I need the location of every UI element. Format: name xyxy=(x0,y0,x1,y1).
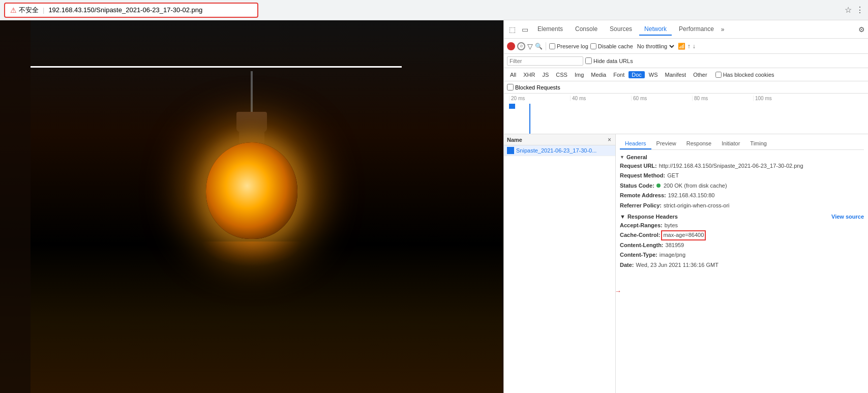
stop-button[interactable]: ⊘ xyxy=(517,42,525,50)
more-tabs-button[interactable]: » xyxy=(721,26,725,33)
network-item-icon xyxy=(507,147,514,154)
response-headers-title-text: Response Headers xyxy=(627,214,678,220)
filter-all[interactable]: All xyxy=(507,71,519,78)
tick-80ms: 80 ms xyxy=(692,96,753,101)
filter-ws[interactable]: WS xyxy=(646,71,661,78)
network-item[interactable]: Snipaste_2021-06-23_17-30-0... xyxy=(504,145,615,156)
content-type-key: Content-Type: xyxy=(620,251,657,259)
request-method-row: Request Method: GET xyxy=(620,172,864,179)
tick-100ms: 100 ms xyxy=(753,96,814,101)
menu-button[interactable]: ⋮ xyxy=(856,5,864,15)
status-code-row: Status Code: 200 OK (from disk cache) xyxy=(620,182,864,190)
accept-ranges-key: Accept-Ranges: xyxy=(620,222,663,229)
referrer-policy-key: Referrer Policy: xyxy=(620,202,662,209)
tab-response[interactable]: Response xyxy=(681,138,717,149)
disable-cache-checkbox[interactable] xyxy=(590,43,596,49)
tab-console[interactable]: Console xyxy=(570,23,603,36)
filter-types-bar: All XHR JS CSS Img Media Font Doc WS Man… xyxy=(504,68,868,81)
request-url-key: Request URL: xyxy=(620,162,657,170)
tab-timing[interactable]: Timing xyxy=(745,138,772,149)
tab-elements[interactable]: Elements xyxy=(532,23,568,36)
inspect-element-button[interactable]: ⬚ xyxy=(507,24,518,35)
remote-address-row: Remote Address: 192.168.43.150:80 xyxy=(620,192,864,199)
address-url: 192.168.43.150/Snipaste_2021-06-23_17-30… xyxy=(48,6,202,14)
has-blocked-cookies-text: Has blocked cookies xyxy=(723,72,774,78)
device-toggle-button[interactable]: ▭ xyxy=(520,24,530,35)
hide-data-urls-label[interactable]: Hide data URLs xyxy=(585,57,633,64)
status-dot xyxy=(656,184,661,188)
content-type-row: Content-Type: image/png xyxy=(620,251,864,259)
preserve-log-checkbox-label[interactable]: Preserve log xyxy=(549,43,588,49)
network-item-name: Snipaste_2021-06-23_17-30-0... xyxy=(516,147,612,154)
annotation-text: 这里可以查看缓存时间 → xyxy=(616,287,621,296)
content-type-value: image/png xyxy=(660,251,685,259)
filter-xhr[interactable]: XHR xyxy=(520,71,538,78)
general-title-text: General xyxy=(626,154,647,160)
export-button[interactable]: ↓ xyxy=(693,43,696,50)
network-list-header: Name × xyxy=(504,134,615,145)
tab-preview[interactable]: Preview xyxy=(651,138,681,149)
filter-button[interactable]: ▽ xyxy=(527,42,533,50)
tab-performance[interactable]: Performance xyxy=(674,23,719,36)
accept-ranges-value: bytes xyxy=(665,222,678,229)
headers-panel: Headers Preview Response Initiator Timin… xyxy=(616,134,868,393)
filter-img[interactable]: Img xyxy=(572,71,587,78)
preserve-log-checkbox[interactable] xyxy=(549,43,555,49)
disable-cache-checkbox-label[interactable]: Disable cache xyxy=(590,43,633,49)
close-headers-panel-button[interactable]: × xyxy=(607,136,612,143)
filter-js[interactable]: JS xyxy=(539,71,552,78)
filter-bar: Hide data URLs xyxy=(504,54,868,68)
filter-input[interactable] xyxy=(507,56,583,66)
blocked-requests-checkbox[interactable] xyxy=(507,84,514,90)
referrer-policy-value: strict-origin-when-cross-ori xyxy=(664,202,730,209)
filter-media[interactable]: Media xyxy=(588,71,609,78)
cache-control-value: max-age=86400 xyxy=(662,231,705,239)
tab-network[interactable]: Network xyxy=(639,23,672,36)
hide-data-urls-checkbox[interactable] xyxy=(585,57,592,64)
throttle-select[interactable]: No throttling xyxy=(635,43,676,50)
timeline-ruler: 20 ms 40 ms 60 ms 80 ms 100 ms xyxy=(509,94,868,101)
import-button[interactable]: ↑ xyxy=(687,43,691,50)
status-code-key: Status Code: xyxy=(620,182,654,190)
timeline-blue-line xyxy=(529,104,530,134)
page-content xyxy=(0,20,503,393)
request-url-row: Request URL: http://192.168.43.150/Snipa… xyxy=(620,162,864,170)
filter-font[interactable]: Font xyxy=(610,71,627,78)
has-blocked-cookies-checkbox[interactable] xyxy=(715,72,722,78)
browser-bar: ⚠ 不安全 | 192.168.43.150/Snipaste_2021-06-… xyxy=(0,0,868,20)
response-headers-title: ▼ Response Headers View source xyxy=(620,214,864,220)
content-length-row: Content-Length: 381959 xyxy=(620,241,864,249)
referrer-policy-row: Referrer Policy: strict-origin-when-cros… xyxy=(620,202,864,209)
filter-doc[interactable]: Doc xyxy=(628,71,645,78)
address-separator: | xyxy=(43,6,44,14)
date-key: Date: xyxy=(620,261,634,269)
settings-button[interactable]: ⚙ xyxy=(858,25,865,34)
filter-css[interactable]: CSS xyxy=(553,71,571,78)
filter-other[interactable]: Other xyxy=(690,71,710,78)
timeline-blue-bar xyxy=(509,104,515,109)
bookmark-button[interactable]: ☆ xyxy=(845,5,852,15)
content-length-key: Content-Length: xyxy=(620,241,664,249)
browser-actions: ☆ ⋮ xyxy=(845,5,864,15)
tab-headers[interactable]: Headers xyxy=(620,138,651,149)
bulb-image xyxy=(201,71,303,267)
tab-initiator[interactable]: Initiator xyxy=(716,138,745,149)
filter-manifest[interactable]: Manifest xyxy=(662,71,690,78)
bg-dark-left xyxy=(0,20,31,393)
search-button[interactable]: 🔍 xyxy=(535,43,543,50)
cache-control-key: Cache-Control: xyxy=(620,231,660,239)
request-method-value: GET xyxy=(667,172,679,179)
address-bar[interactable]: ⚠ 不安全 | 192.168.43.150/Snipaste_2021-06-… xyxy=(4,3,258,18)
warning-icon: ⚠ xyxy=(10,6,17,14)
network-list: Name × Snipaste_2021-06-23_17-30-0... xyxy=(504,134,616,393)
record-button[interactable] xyxy=(507,42,515,50)
remote-address-key: Remote Address: xyxy=(620,192,666,199)
blocked-requests-bar: Blocked Requests xyxy=(504,81,868,94)
cache-control-row: Cache-Control: max-age=86400 xyxy=(620,231,864,239)
view-source-link[interactable]: View source xyxy=(831,214,864,220)
name-column-header: Name xyxy=(507,137,522,143)
tab-sources[interactable]: Sources xyxy=(605,23,637,36)
has-blocked-cookies-label[interactable]: Has blocked cookies xyxy=(715,72,774,78)
tick-40ms: 40 ms xyxy=(570,96,631,101)
status-code-value: 200 OK (from disk cache) xyxy=(656,182,727,190)
